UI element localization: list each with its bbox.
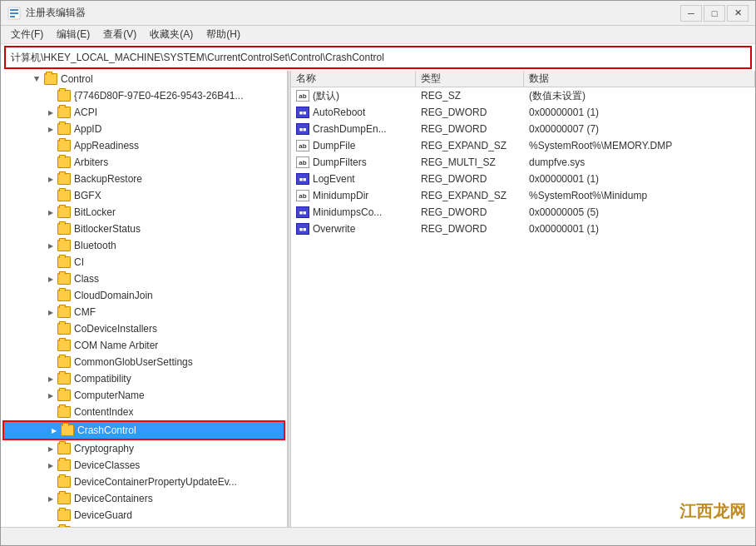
tree-label-backuprestore: BackupRestore <box>74 173 142 185</box>
tree-label-bitlocker: BitLocker <box>74 206 116 218</box>
value-row-minidumpsco[interactable]: ■■ MinidumpsCo... REG_DWORD 0x00000005 (… <box>291 204 755 221</box>
value-name-dumpfilters: ab DumpFilters <box>291 154 416 171</box>
folder-icon-backuprestore <box>57 173 71 185</box>
header-name[interactable]: 名称 <box>291 71 416 87</box>
tree-item-guid[interactable]: ▶ {7746D80F-97E0-4E26-9543-26B41... <box>1 87 287 104</box>
crash-control-box: ▶ CrashControl <box>2 420 285 440</box>
reg-dword-icon-logevent: ■■ <box>296 173 309 185</box>
folder-icon-compatibility <box>57 373 71 385</box>
value-data-minidumpsco: 0x00000005 (5) <box>524 204 755 221</box>
tree-item-appid[interactable]: ▶ AppID <box>1 121 287 137</box>
maximize-button[interactable]: □ <box>704 5 725 22</box>
tree-item-devicecontainerpropertyupdate[interactable]: ▶ DeviceContainerPropertyUpdateEv... <box>1 474 287 490</box>
svg-rect-3 <box>10 16 15 17</box>
tree-item-deviceguard[interactable]: ▶ DeviceGuard <box>1 507 287 524</box>
reg-dword-icon-crashdumpen: ■■ <box>296 123 309 135</box>
tree-item-comname[interactable]: ▶ COM Name Arbiter <box>1 337 287 354</box>
tree-item-ci[interactable]: ▶ CI <box>1 254 287 271</box>
folder-icon-control <box>44 73 57 85</box>
tree-label-comname: COM Name Arbiter <box>74 340 158 351</box>
menu-edit[interactable]: 编辑(E) <box>50 26 96 43</box>
value-type-autoreboot: REG_DWORD <box>416 104 524 121</box>
value-row-crashdumpen[interactable]: ■■ CrashDumpEn... REG_DWORD 0x00000007 (… <box>291 121 755 137</box>
value-row-minidumpdir[interactable]: ab MinidumpDir REG_EXPAND_SZ %SystemRoot… <box>291 187 755 204</box>
reg-dword-icon-minidumpsco: ■■ <box>296 206 309 218</box>
tree-item-clouddomainjoin[interactable]: ▶ CloudDomainJoin <box>1 287 287 304</box>
tree-item-bgfx[interactable]: ▶ BGFX <box>1 187 287 204</box>
menu-bar: 文件(F) 编辑(E) 查看(V) 收藏夹(A) 帮助(H) <box>1 26 755 44</box>
tree-item-control[interactable]: ▶ Control <box>1 71 287 87</box>
value-type-default: REG_SZ <box>416 87 524 104</box>
tree-item-appreadiness[interactable]: ▶ AppReadiness <box>1 137 287 154</box>
folder-icon-appreadiness <box>57 140 71 151</box>
value-type-minidumpsco: REG_DWORD <box>416 204 524 221</box>
title-left: 注册表编辑器 <box>7 6 86 20</box>
tree-item-devicecontainers[interactable]: ▶ DeviceContainers <box>1 490 287 507</box>
tree-panel: ▶ Control ▶ {7746D80F-97E0-4E26-9543-26B… <box>1 71 288 527</box>
header-type[interactable]: 类型 <box>416 71 524 87</box>
tree-arrow-class: ▶ <box>44 272 57 285</box>
folder-icon-bitlockerstatus <box>57 223 71 235</box>
tree-arrow-compatibility: ▶ <box>44 372 57 385</box>
tree-item-acpi[interactable]: ▶ ACPI <box>1 104 287 121</box>
tree-item-commonglobusersettings[interactable]: ▶ CommonGlobUserSettings <box>1 354 287 370</box>
main-content: ▶ Control ▶ {7746D80F-97E0-4E26-9543-26B… <box>1 71 755 527</box>
reg-dword-icon-autoreboot: ■■ <box>296 107 309 118</box>
value-row-dumpfile[interactable]: ab DumpFile REG_EXPAND_SZ %SystemRoot%\M… <box>291 137 755 154</box>
value-row-dumpfilters[interactable]: ab DumpFilters REG_MULTI_SZ dumpfve.sys <box>291 154 755 171</box>
tree-item-bluetooth[interactable]: ▶ Bluetooth <box>1 237 287 254</box>
reg-sz-icon-default: ab <box>296 90 309 102</box>
folder-icon-devicecontainers <box>57 493 71 504</box>
value-data-default: (数值未设置) <box>524 87 755 104</box>
folder-icon-deviceclasses <box>57 459 71 471</box>
tree-item-backuprestore[interactable]: ▶ BackupRestore <box>1 171 287 187</box>
tree-item-compatibility[interactable]: ▶ Compatibility <box>1 370 287 387</box>
value-row-autoreboot[interactable]: ■■ AutoReboot REG_DWORD 0x00000001 (1) <box>291 104 755 121</box>
values-header: 名称 类型 数据 <box>291 71 755 87</box>
value-data-dumpfile: %SystemRoot%\MEMORY.DMP <box>524 137 755 154</box>
folder-icon-crashcontrol <box>61 424 74 436</box>
value-name-dumpfile: ab DumpFile <box>291 137 416 154</box>
tree-item-bitlocker[interactable]: ▶ BitLocker <box>1 204 287 221</box>
address-path: 计算机\HKEY_LOCAL_MACHINE\SYSTEM\CurrentCon… <box>11 51 384 65</box>
tree-label-devicecontainerpropertyupdate: DeviceContainerPropertyUpdateEv... <box>74 476 237 488</box>
value-name-minidumpdir: ab MinidumpDir <box>291 187 416 204</box>
tree-item-computername[interactable]: ▶ ComputerName <box>1 387 287 404</box>
header-data[interactable]: 数据 <box>524 71 755 87</box>
value-row-overwrite[interactable]: ■■ Overwrite REG_DWORD 0x00000001 (1) <box>291 221 755 237</box>
tree-arrow-appid: ▶ <box>44 122 57 136</box>
tree-item-deviceclasses[interactable]: ▶ DeviceClasses <box>1 457 287 474</box>
tree-item-cryptography[interactable]: ▶ Cryptography <box>1 440 287 457</box>
value-row-logevent[interactable]: ■■ LogEvent REG_DWORD 0x00000001 (1) <box>291 171 755 187</box>
value-data-logevent: 0x00000001 (1) <box>524 171 755 187</box>
value-type-minidumpdir: REG_EXPAND_SZ <box>416 187 524 204</box>
tree-item-contentindex[interactable]: ▶ ContentIndex <box>1 404 287 420</box>
tree-label-computername: ComputerName <box>74 390 145 401</box>
value-row-default[interactable]: ab (默认) REG_SZ (数值未设置) <box>291 87 755 104</box>
minimize-button[interactable]: ─ <box>680 5 702 22</box>
menu-file[interactable]: 文件(F) <box>4 26 50 43</box>
value-data-autoreboot: 0x00000001 (1) <box>524 104 755 121</box>
value-name-minidumpsco: ■■ MinidumpsCo... <box>291 204 416 221</box>
address-bar[interactable]: 计算机\HKEY_LOCAL_MACHINE\SYSTEM\CurrentCon… <box>4 46 752 69</box>
tree-arrow-control: ▶ <box>31 72 44 86</box>
tree-item-codeviceinstallers[interactable]: ▶ CoDeviceInstallers <box>1 320 287 337</box>
values-panel: 名称 类型 数据 ab (默认) REG_SZ (数值未设置) ■■ AutoR… <box>291 71 755 527</box>
value-type-dumpfilters: REG_MULTI_SZ <box>416 154 524 171</box>
menu-help[interactable]: 帮助(H) <box>200 26 247 43</box>
menu-favorites[interactable]: 收藏夹(A) <box>143 26 200 43</box>
tree-label-arbiters: Arbiters <box>74 156 108 168</box>
folder-icon-bgfx <box>57 190 71 201</box>
tree-item-arbiters[interactable]: ▶ Arbiters <box>1 154 287 171</box>
tree-item-cmf[interactable]: ▶ CMF <box>1 304 287 320</box>
tree-item-crashcontrol[interactable]: ▶ CrashControl <box>4 422 284 439</box>
value-type-logevent: REG_DWORD <box>416 171 524 187</box>
menu-view[interactable]: 查看(V) <box>96 26 143 43</box>
folder-icon-class <box>57 273 71 285</box>
folder-icon-arbiters <box>57 156 71 168</box>
tree-item-bitlockerstatus[interactable]: ▶ BitlockerStatus <box>1 221 287 237</box>
tree-label-guid: {7746D80F-97E0-4E26-9543-26B41... <box>74 90 243 102</box>
tree-item-class[interactable]: ▶ Class <box>1 271 287 287</box>
close-button[interactable]: ✕ <box>727 5 749 22</box>
value-name-logevent: ■■ LogEvent <box>291 171 416 187</box>
